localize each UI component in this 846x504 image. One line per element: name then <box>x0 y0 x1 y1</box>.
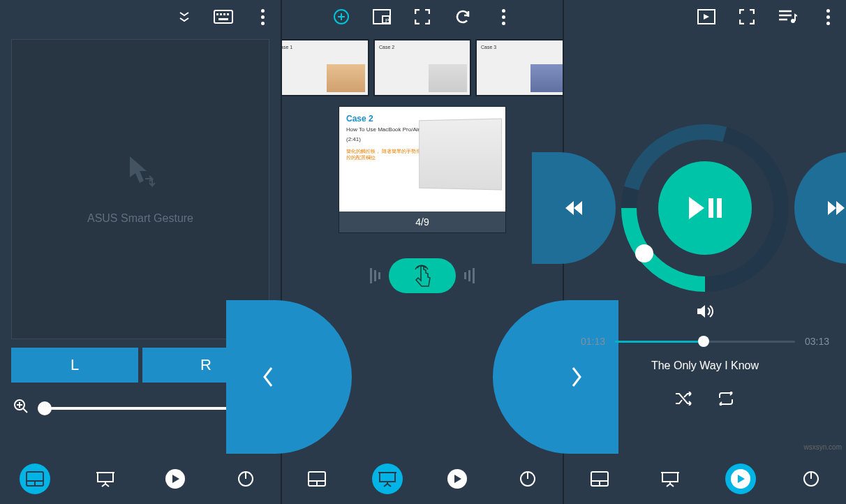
progress-slider[interactable] <box>615 341 795 343</box>
slide-thumb[interactable]: Case 3 <box>475 39 563 96</box>
topbar-1 <box>0 0 281 34</box>
play-ring <box>621 124 789 292</box>
more-icon[interactable] <box>818 7 838 27</box>
more-icon[interactable] <box>253 7 272 27</box>
prev-slide-button[interactable] <box>226 300 352 454</box>
slide-thumb[interactable]: Case 2 <box>373 39 471 96</box>
nav-touchpad-button[interactable] <box>302 464 332 494</box>
left-click-button[interactable]: L <box>11 348 138 383</box>
forward-button[interactable] <box>794 152 846 264</box>
cast-icon[interactable] <box>697 7 716 27</box>
shuffle-icon[interactable] <box>675 392 693 408</box>
svg-rect-5 <box>218 18 228 20</box>
zoom-in-icon[interactable] <box>13 398 29 419</box>
bottom-nav-2 <box>282 454 563 504</box>
slide-thumbnails: Case Case 1 Case 2 Case 3 <box>282 34 563 99</box>
refresh-icon[interactable] <box>453 7 473 27</box>
scrub-thumb[interactable] <box>635 244 653 262</box>
nav-play-button[interactable] <box>725 464 756 494</box>
svg-rect-30 <box>717 198 722 218</box>
song-title: The Only Way I Know <box>564 360 846 372</box>
topbar-3 <box>564 0 846 34</box>
volume-icon[interactable] <box>564 304 846 322</box>
vibration-icon <box>464 268 475 283</box>
gesture-button[interactable] <box>389 258 456 293</box>
nav-presentation-button[interactable] <box>372 464 403 494</box>
cursor-move-icon <box>123 154 158 198</box>
gesture-control <box>370 258 475 293</box>
fullscreen-icon[interactable] <box>413 7 432 27</box>
collapse-icon[interactable] <box>175 7 194 27</box>
svg-rect-0 <box>214 10 232 23</box>
svg-rect-34 <box>662 473 678 482</box>
vibration-icon <box>370 268 380 283</box>
more-icon[interactable] <box>493 7 513 27</box>
touchpad-label: ASUS Smart Gesture <box>87 212 193 225</box>
svg-rect-3 <box>223 13 225 15</box>
playback-options <box>564 392 846 408</box>
main-slide[interactable]: Case 2 How To Use MacBook Pro/Air TrackP… <box>339 106 506 233</box>
playlist-icon[interactable] <box>778 7 797 27</box>
music-panel: 01:13 03:13 The Only Way I Know <box>564 0 846 504</box>
player-area: 01:13 03:13 The Only Way I Know <box>564 34 846 504</box>
svg-text:P: P <box>385 17 389 24</box>
topbar-2: P <box>282 0 563 34</box>
play-pause-button[interactable] <box>658 161 752 255</box>
current-time: 01:13 <box>581 336 605 347</box>
add-icon[interactable] <box>332 7 351 27</box>
slide-counter: 4/9 <box>339 212 505 232</box>
svg-rect-1 <box>216 13 218 15</box>
nav-power-button[interactable] <box>796 464 826 494</box>
rewind-button[interactable] <box>532 152 616 264</box>
presentation-panel: P Case Case 1 Case 2 Case 3 Case 2 How T… <box>282 0 564 504</box>
bottom-nav-3 <box>564 454 846 504</box>
svg-rect-4 <box>227 13 229 15</box>
nav-touchpad-button[interactable] <box>584 464 615 494</box>
svg-rect-2 <box>220 13 222 15</box>
slide-thumb[interactable]: Case 1 <box>282 39 369 96</box>
zoom-slider[interactable] <box>38 407 228 410</box>
svg-rect-22 <box>380 473 395 482</box>
nav-power-button[interactable] <box>512 464 543 494</box>
nav-presentation-button[interactable] <box>655 464 685 494</box>
nav-play-button[interactable] <box>160 464 191 494</box>
screen-p-icon[interactable]: P <box>372 7 392 27</box>
nav-presentation-button[interactable] <box>90 464 121 494</box>
watermark: wsxsyn.com <box>804 443 842 451</box>
svg-rect-10 <box>98 473 113 482</box>
svg-rect-29 <box>708 198 713 218</box>
nav-touchpad-button[interactable] <box>20 464 50 494</box>
nav-play-button[interactable] <box>442 464 473 494</box>
fullscreen-icon[interactable] <box>737 7 757 27</box>
keyboard-icon[interactable] <box>214 7 233 27</box>
repeat-icon[interactable] <box>717 392 735 408</box>
bottom-nav-1 <box>0 454 281 504</box>
nav-power-button[interactable] <box>230 464 261 494</box>
total-time: 03:13 <box>805 336 829 347</box>
time-row: 01:13 03:13 <box>564 322 846 347</box>
touchpad-area[interactable]: ASUS Smart Gesture <box>11 39 269 339</box>
